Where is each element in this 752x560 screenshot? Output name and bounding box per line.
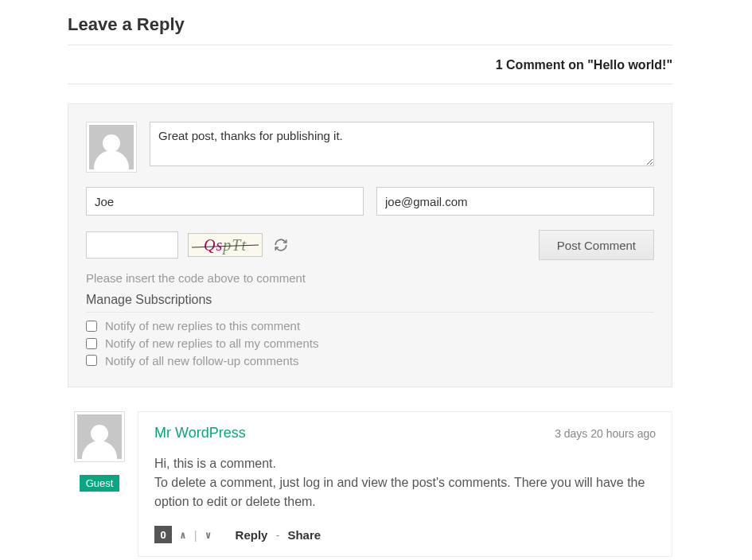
footer-separator: - xyxy=(275,528,279,542)
comment-timestamp: 3 days 20 hours ago xyxy=(555,427,656,440)
form-avatar xyxy=(86,122,137,173)
avatar-placeholder-icon xyxy=(77,414,122,459)
captcha-text-part1: Qs xyxy=(204,236,223,255)
comment-line-1: Hi, this is a comment. xyxy=(154,457,276,470)
subscribe-label-2: Notify of new replies to all my comments xyxy=(105,335,318,352)
subscribe-label-1: Notify of new replies to this comment xyxy=(105,317,300,335)
subscribe-option-all-followups[interactable]: Notify of all new follow-up comments xyxy=(86,352,654,370)
subscription-options: Notify of new replies to this comment No… xyxy=(86,317,654,369)
vote-separator: | xyxy=(194,528,197,542)
manage-subscriptions-heading: Manage Subscriptions xyxy=(86,293,654,313)
share-button[interactable]: Share xyxy=(287,528,321,542)
vote-count: 0 xyxy=(154,526,172,543)
post-comment-button[interactable]: Post Comment xyxy=(539,230,654,260)
subscribe-checkbox-1[interactable] xyxy=(86,321,97,332)
avatar-placeholder-icon xyxy=(89,125,134,169)
comment-count: 1 Comment on "Hello world!" xyxy=(68,45,672,84)
comment-line-2: To delete a comment, just log in and vie… xyxy=(154,476,645,508)
comment-item: Guest Mr WordPress 3 days 20 hours ago H… xyxy=(68,411,672,557)
reply-button[interactable]: Reply xyxy=(236,528,268,542)
upvote-button[interactable]: ∧ xyxy=(180,529,186,541)
email-input[interactable] xyxy=(376,187,654,216)
page-title: Leave a Reply xyxy=(68,14,672,35)
subscribe-checkbox-2[interactable] xyxy=(86,338,97,349)
reply-form: QspTt Post Comment Please insert the cod… xyxy=(68,103,672,387)
captcha-hint: Please insert the code above to comment xyxy=(86,271,654,285)
downvote-button[interactable]: ∨ xyxy=(205,529,212,541)
subscribe-label-3: Notify of all new follow-up comments xyxy=(105,352,298,370)
comment-text: Hi, this is a comment. To delete a comme… xyxy=(154,454,656,511)
subscribe-option-this-comment[interactable]: Notify of new replies to this comment xyxy=(86,317,654,335)
refresh-icon[interactable] xyxy=(272,236,290,254)
subscribe-checkbox-3[interactable] xyxy=(86,355,97,366)
comment-author-link[interactable]: Mr WordPress xyxy=(154,425,246,441)
name-input[interactable] xyxy=(86,187,364,216)
guest-badge: Guest xyxy=(80,475,120,492)
captcha-input[interactable] xyxy=(86,231,178,259)
comment-textarea[interactable] xyxy=(150,122,654,166)
captcha-text-part2: pTt xyxy=(223,236,247,255)
subscribe-option-my-comments[interactable]: Notify of new replies to all my comments xyxy=(86,335,654,352)
captcha-image: QspTt xyxy=(188,233,263,257)
commenter-avatar xyxy=(74,411,125,462)
